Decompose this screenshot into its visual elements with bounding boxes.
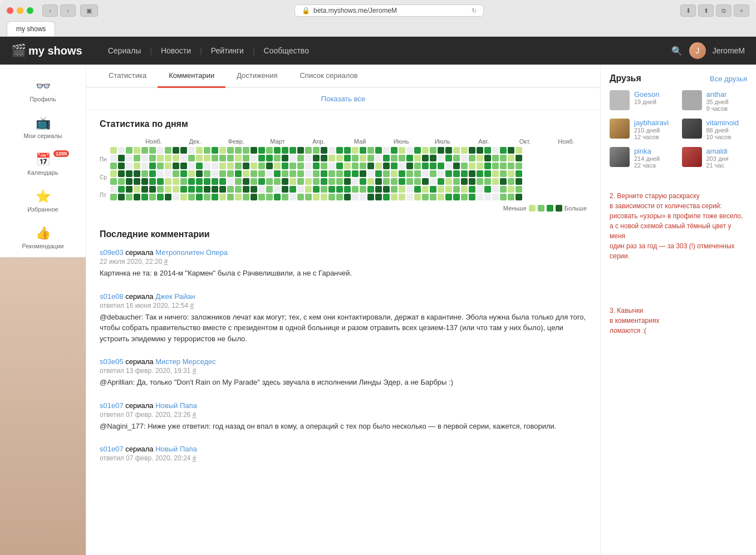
nav-link-ratings[interactable]: Рейтинги	[202, 46, 253, 55]
close-button[interactable]	[7, 7, 13, 14]
comment-0-series[interactable]: Метрополитен Опера	[155, 248, 228, 257]
heatmap-cell	[289, 186, 296, 193]
heatmap-cell	[422, 147, 429, 154]
comment-2-hash[interactable]: #	[193, 367, 197, 375]
heatmap-cell	[243, 155, 249, 161]
heatmap-week-14	[219, 147, 226, 200]
sidebar-item-profile[interactable]: 👓 Профиль	[0, 73, 86, 108]
sidebar-item-calendar[interactable]: 📅 Календарь	[0, 147, 86, 181]
heatmap-cell	[282, 170, 288, 177]
comment-0-episode[interactable]: s09e03	[100, 248, 124, 257]
heatmap-cell	[321, 194, 327, 200]
new-tab-button[interactable]: +	[734, 4, 749, 17]
back-button[interactable]: ‹	[42, 4, 58, 17]
heatmap-cell	[126, 163, 132, 169]
all-friends-link[interactable]: Все друзья	[710, 75, 747, 83]
search-icon[interactable]: 🔍	[671, 46, 683, 56]
refresh-icon[interactable]: ↻	[472, 7, 477, 14]
heatmap-cell	[212, 155, 218, 161]
heatmap-cell	[461, 170, 468, 177]
sidebar-toggle-button[interactable]: ▣	[80, 4, 98, 17]
username[interactable]: JeromeM	[713, 46, 745, 55]
heatmap-cell	[313, 170, 320, 177]
logo[interactable]: 🎬 my shows	[11, 43, 82, 58]
heatmap-week-38	[406, 147, 413, 200]
tab-serials-list[interactable]: Список сериалов	[288, 65, 369, 88]
heatmap-cell	[219, 147, 226, 154]
avatar[interactable]: J	[689, 42, 706, 59]
heatmap-cell	[438, 163, 444, 169]
comment-4-hash[interactable]: #	[193, 454, 197, 462]
friend-3-name[interactable]: vitaminoid	[706, 119, 739, 127]
heatmap-cell	[321, 163, 327, 169]
heatmap-cell	[313, 186, 320, 193]
heatmap-week-39	[414, 147, 421, 200]
heatmap-cell	[251, 155, 257, 161]
heatmap-cell	[219, 186, 226, 193]
comment-0-text: Картинка не та: в 2014-м "Кармен" была с…	[100, 268, 587, 279]
comment-0: s09e03 сериала Метрополитен Опера 22 июл…	[100, 248, 587, 279]
window-button[interactable]: ⧉	[716, 4, 732, 17]
friend-4-name[interactable]: pinka	[634, 147, 660, 155]
heatmap-cell	[391, 194, 397, 200]
show-all-link[interactable]: Показать все	[321, 95, 365, 103]
friend-2-name[interactable]: jaybhairavi	[634, 119, 669, 127]
minimize-button[interactable]	[17, 7, 23, 14]
friend-0-name[interactable]: Goeson	[634, 90, 660, 99]
nav-link-serials[interactable]: Сериалы	[99, 46, 150, 55]
heatmap-cell	[212, 194, 218, 200]
tab-achievements[interactable]: Достижения	[225, 65, 288, 88]
sidebar-item-favorites[interactable]: ⭐ Избранное	[0, 184, 86, 218]
comment-1-episode[interactable]: s01e08	[100, 292, 124, 301]
tab-comments[interactable]: Комментарии	[158, 65, 225, 88]
heatmap-cell	[274, 194, 281, 200]
comment-2-episode[interactable]: s03e05	[100, 357, 124, 366]
comment-3-hash[interactable]: #	[193, 411, 197, 419]
legend-less: Меньше	[503, 205, 527, 212]
comment-1-hash[interactable]: #	[190, 302, 194, 310]
share-button[interactable]: ⬆	[698, 4, 714, 17]
forward-button[interactable]: ›	[60, 4, 76, 17]
active-tab[interactable]: my shows	[7, 21, 55, 36]
myshows-icon: 📺	[36, 116, 51, 130]
heatmap-cell	[126, 170, 132, 177]
heatmap-week-11	[196, 147, 203, 200]
heatmap-cell	[313, 147, 320, 154]
month-9: Окт.	[504, 138, 546, 145]
heatmap-cell	[157, 170, 164, 177]
heatmap-cell	[243, 194, 249, 200]
tab-statistics[interactable]: Статистика	[97, 65, 158, 88]
heatmap-cell	[430, 186, 436, 193]
friends-title: Друзья	[610, 73, 641, 84]
heatmap-week-31	[352, 147, 359, 200]
friend-5-name[interactable]: amaldi	[706, 147, 729, 155]
heatmap-cell	[110, 186, 117, 193]
heatmap-cell	[375, 155, 382, 161]
heatmap-cell	[516, 178, 522, 185]
friend-1-name[interactable]: anthar	[706, 90, 729, 99]
friend-5-days: 203 дня	[706, 155, 729, 162]
heatmap-cell	[508, 194, 514, 200]
nav-link-news[interactable]: Новости	[152, 46, 200, 55]
comment-4-series[interactable]: Новый Папа	[155, 445, 197, 453]
maximize-button[interactable]	[27, 7, 33, 14]
comment-3-series[interactable]: Новый Папа	[155, 401, 197, 410]
heatmap-cell	[141, 194, 148, 200]
friend-2: jaybhairavi 210 дней 12 часов	[610, 119, 675, 140]
comment-2-series[interactable]: Мистер Мерседес	[155, 357, 216, 366]
heatmap-cell	[235, 194, 242, 200]
comment-1-series[interactable]: Джек Райан	[155, 292, 195, 301]
comment-4-episode[interactable]: s01e07	[100, 445, 124, 453]
comment-0-hash[interactable]: #	[164, 258, 168, 266]
heatmap-cell	[157, 186, 164, 193]
heatmap-cell	[516, 155, 522, 161]
nav-link-community[interactable]: Сообщество	[255, 46, 318, 55]
download-button[interactable]: ⬇	[680, 4, 696, 17]
sidebar-item-recommendations[interactable]: 👍 Рекомендации	[0, 220, 86, 255]
main-content: Статистика Комментарии Достижения Список…	[86, 65, 600, 555]
heatmap-cell	[492, 186, 499, 193]
logo-icon: 🎬	[11, 43, 26, 58]
comment-3-episode[interactable]: s01e07	[100, 401, 124, 410]
address-bar[interactable]: 🔒 beta.myshows.me/JeromeM ↻	[294, 4, 484, 17]
sidebar-item-myshows[interactable]: 📺 Мои сериалы	[0, 110, 86, 145]
